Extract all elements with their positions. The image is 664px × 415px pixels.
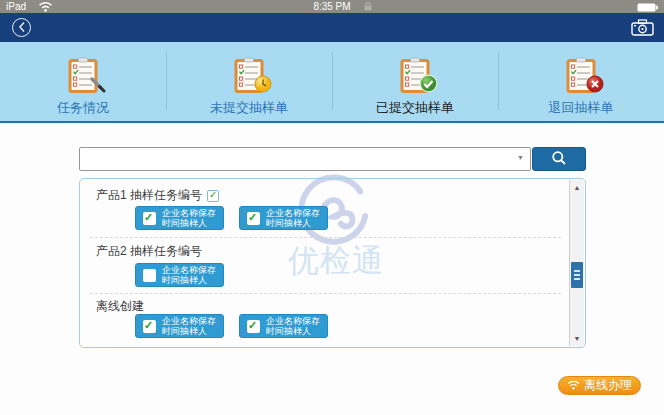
sampling-list-panel: 产品1 抽样任务编号 企业名称保存 时间抽样人 企业名称保存 时间抽样人 [79,178,586,348]
clipboard-pencil-icon [68,57,98,94]
dropdown-arrow-icon[interactable]: ▼ [517,154,524,161]
entry-checkbox [143,269,156,282]
camera-icon [631,22,654,39]
tab-unsubmitted-forms[interactable]: 未提交抽样单 [166,42,332,121]
scroll-up-arrow-icon[interactable]: ▲ [570,184,584,191]
status-bar: iPad 8:35 PM [0,0,664,13]
section-title-row: 离线创建 [96,298,144,315]
separator [90,237,561,238]
scroll-down-arrow-icon[interactable]: ▼ [570,335,584,342]
entry-checkbox [143,212,156,225]
scrollbar-thumb[interactable] [571,262,583,288]
entry-checkbox [143,320,156,333]
entry-label: 企业名称保存 时间抽样人 [162,208,216,228]
chevron-left-icon [18,19,26,37]
button-row: 企业名称保存 时间抽样人 企业名称保存 时间抽样人 [135,206,328,230]
search-input[interactable] [79,147,531,171]
entry-checkbox [247,212,260,225]
cross-badge-icon [586,75,604,97]
clipboard-clock-icon [234,57,264,94]
separator [90,293,561,294]
clipboard-check-icon [400,57,430,94]
check-badge-icon [419,74,438,97]
tab-label: 任务情况 [57,99,109,117]
back-button[interactable] [12,18,31,37]
content-area: ▼ 优检通 产品1 抽样任务编号 [0,123,664,415]
pencil-icon [89,76,107,98]
tab-bar: 任务情况 [0,42,664,123]
header-bar [0,13,664,42]
clock-label: 8:35 PM [0,0,664,13]
entry-label: 企业名称保存 时间抽样人 [266,316,320,336]
entry-checkbox [247,320,260,333]
section-title-row: 产品2 抽样任务编号 [96,243,202,260]
sampling-entry-button[interactable]: 企业名称保存 时间抽样人 [239,206,328,230]
tab-label: 未提交抽样单 [210,99,288,117]
offline-process-button[interactable]: 离线办理 [558,376,641,395]
tab-task-status[interactable]: 任务情况 [0,42,166,121]
sampling-entry-button[interactable]: 企业名称保存 时间抽样人 [135,314,224,338]
sampling-entry-button[interactable]: 企业名称保存 时间抽样人 [135,206,224,230]
title-checkbox[interactable] [207,190,219,202]
tab-label: 已提交抽样单 [376,99,454,117]
entry-label: 企业名称保存 时间抽样人 [266,208,320,228]
magnifier-icon [551,150,567,169]
app-screen: iPad 8:35 PM [0,0,664,415]
tab-returned-forms[interactable]: 退回抽样单 [498,42,664,121]
section-title: 离线创建 [96,298,144,315]
search-button[interactable] [532,147,586,171]
section-title: 产品2 抽样任务编号 [96,243,202,260]
offline-process-label: 离线办理 [584,377,632,394]
section-title: 产品1 抽样任务编号 [96,187,202,204]
tab-submitted-forms[interactable]: 已提交抽样单 [332,42,498,121]
button-row: 企业名称保存 时间抽样人 企业名称保存 时间抽样人 [135,314,328,338]
clock-badge-icon [254,75,272,97]
sampling-entry-button[interactable]: 企业名称保存 时间抽样人 [135,263,224,287]
camera-button[interactable] [631,19,654,40]
scrollbar-track[interactable]: ▲ ▼ [569,180,584,346]
lock-icon [364,2,372,13]
wifi-icon [567,379,580,393]
entry-label: 企业名称保存 时间抽样人 [162,316,216,336]
clipboard-cross-icon [566,57,596,94]
entry-label: 企业名称保存 时间抽样人 [162,265,216,285]
tab-label: 退回抽样单 [549,99,614,117]
sampling-entry-button[interactable]: 企业名称保存 时间抽样人 [239,314,328,338]
section-title-row: 产品1 抽样任务编号 [96,187,219,204]
button-row: 企业名称保存 时间抽样人 [135,263,224,287]
